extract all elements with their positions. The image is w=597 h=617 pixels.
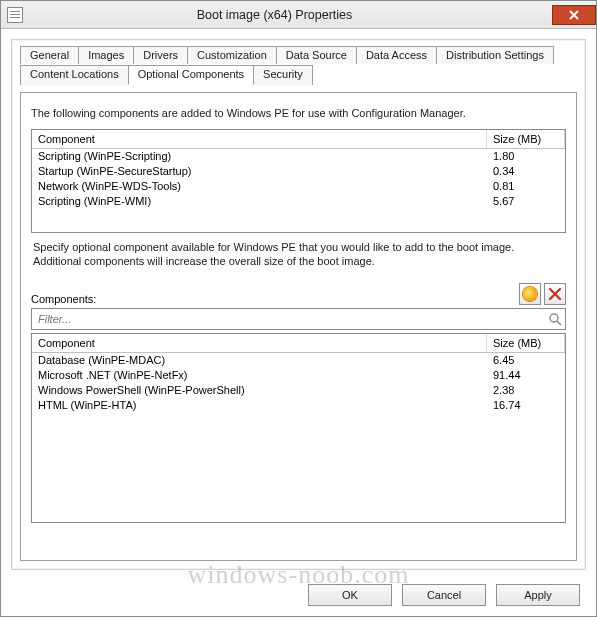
remove-component-button[interactable] <box>544 283 566 305</box>
help-text: Specify optional component available for… <box>33 241 564 269</box>
component-size: 16.74 <box>487 398 565 413</box>
component-name: Database (WinPE-MDAC) <box>32 353 487 368</box>
list-item[interactable]: Scripting (WinPE-WMI) 5.67 <box>32 194 565 209</box>
components-header: Components: <box>31 283 566 305</box>
col-component[interactable]: Component <box>32 130 487 148</box>
apply-button[interactable]: Apply <box>496 584 580 606</box>
tab-optional-components[interactable]: Optional Components <box>128 65 254 85</box>
filter-input[interactable] <box>32 313 545 325</box>
tab-security[interactable]: Security <box>253 65 313 85</box>
tab-drivers[interactable]: Drivers <box>133 46 188 64</box>
component-size: 2.38 <box>487 383 565 398</box>
col-size[interactable]: Size (MB) <box>487 334 565 352</box>
titlebar: Boot image (x64) Properties <box>1 1 596 29</box>
dialog-footer: OK Cancel Apply <box>1 574 596 616</box>
tab-content-locations[interactable]: Content Locations <box>20 65 129 85</box>
tabstrip: General Images Drivers Customization Dat… <box>12 40 585 86</box>
component-name: Scripting (WinPE-Scripting) <box>32 149 487 164</box>
available-components-list[interactable]: Component Size (MB) Database (WinPE-MDAC… <box>31 333 566 523</box>
col-size[interactable]: Size (MB) <box>487 130 565 148</box>
available-list-header: Component Size (MB) <box>32 334 565 353</box>
close-button[interactable] <box>552 5 596 25</box>
tab-distribution-settings[interactable]: Distribution Settings <box>436 46 554 64</box>
component-name: Windows PowerShell (WinPE-PowerShell) <box>32 383 487 398</box>
tab-data-access[interactable]: Data Access <box>356 46 437 64</box>
tab-panel-optional-components: The following components are added to Wi… <box>20 92 577 561</box>
search-icon[interactable] <box>545 312 565 326</box>
component-name: Microsoft .NET (WinPE-NetFx) <box>32 368 487 383</box>
tab-general[interactable]: General <box>20 46 79 64</box>
filter-box <box>31 308 566 330</box>
component-size: 91.44 <box>487 368 565 383</box>
component-name: HTML (WinPE-HTA) <box>32 398 487 413</box>
intro-text: The following components are added to Wi… <box>31 107 566 119</box>
tab-images[interactable]: Images <box>78 46 134 64</box>
close-icon <box>569 10 579 20</box>
col-component[interactable]: Component <box>32 334 487 352</box>
added-components-list[interactable]: Component Size (MB) Scripting (WinPE-Scr… <box>31 129 566 233</box>
component-size: 0.81 <box>487 179 565 194</box>
tab-data-source[interactable]: Data Source <box>276 46 357 64</box>
tab-customization[interactable]: Customization <box>187 46 277 64</box>
delete-icon <box>548 287 562 301</box>
list-item[interactable]: Startup (WinPE-SecureStartup) 0.34 <box>32 164 565 179</box>
new-icon <box>523 287 537 301</box>
list-item[interactable]: Scripting (WinPE-Scripting) 1.80 <box>32 149 565 164</box>
list-item[interactable]: Database (WinPE-MDAC) 6.45 <box>32 353 565 368</box>
component-name: Network (WinPE-WDS-Tools) <box>32 179 487 194</box>
list-item[interactable]: Windows PowerShell (WinPE-PowerShell) 2.… <box>32 383 565 398</box>
svg-line-1 <box>557 321 561 325</box>
component-size: 6.45 <box>487 353 565 368</box>
added-list-header: Component Size (MB) <box>32 130 565 149</box>
components-label: Components: <box>31 293 96 305</box>
component-name: Startup (WinPE-SecureStartup) <box>32 164 487 179</box>
window-title: Boot image (x64) Properties <box>0 8 552 22</box>
cancel-button[interactable]: Cancel <box>402 584 486 606</box>
list-item[interactable]: Network (WinPE-WDS-Tools) 0.81 <box>32 179 565 194</box>
add-component-button[interactable] <box>519 283 541 305</box>
list-item[interactable]: HTML (WinPE-HTA) 16.74 <box>32 398 565 413</box>
component-name: Scripting (WinPE-WMI) <box>32 194 487 209</box>
app-icon <box>7 7 23 23</box>
component-size: 5.67 <box>487 194 565 209</box>
component-size: 1.80 <box>487 149 565 164</box>
ok-button[interactable]: OK <box>308 584 392 606</box>
component-size: 0.34 <box>487 164 565 179</box>
dialog-body: General Images Drivers Customization Dat… <box>11 39 586 570</box>
list-item[interactable]: Microsoft .NET (WinPE-NetFx) 91.44 <box>32 368 565 383</box>
svg-point-0 <box>550 314 558 322</box>
